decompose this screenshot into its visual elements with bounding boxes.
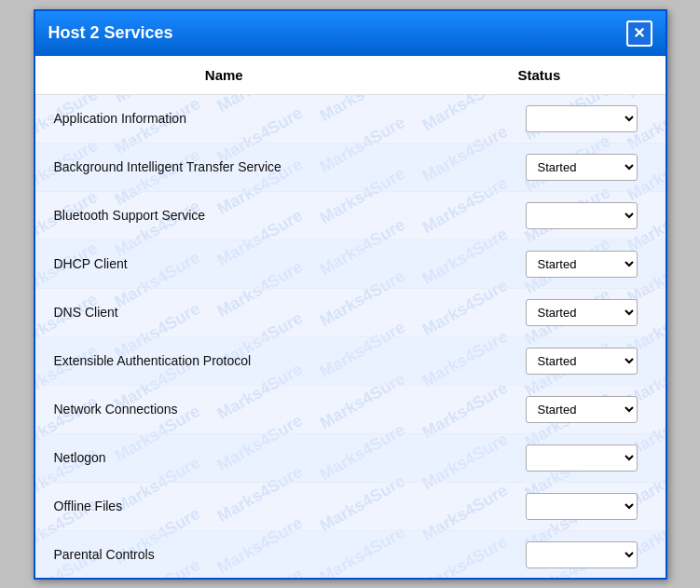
table-row: Extensible Authentication ProtocolStarte… [35,336,666,385]
table-row: Offline FilesStartedStoppedPaused [35,482,666,530]
status-select[interactable]: StartedStoppedPaused [526,444,638,472]
service-name: DHCP Client [35,239,414,288]
service-status-cell: StartedStoppedPaused [413,288,665,336]
service-status-cell: StartedStoppedPaused [413,94,665,143]
service-status-cell: StartedStoppedPaused [413,482,665,530]
table-row: Background Intelligent Transfer ServiceS… [35,143,666,191]
service-name: Netlogon [35,433,414,482]
table-row: NetlogonStartedStoppedPaused [35,433,666,482]
col-header-name: Name [35,56,414,95]
service-status-cell: StartedStoppedPaused [413,143,665,191]
status-select[interactable]: StartedStoppedPaused [526,396,638,423]
table-row: Application InformationStartedStoppedPau… [35,94,666,143]
service-status-cell: StartedStoppedPaused [413,433,665,482]
main-window: Host 2 Services ✕ Marks4SureMarks4SureMa… [34,9,667,580]
window-title: Host 2 Services [48,23,173,43]
service-status-cell: StartedStoppedPaused [413,191,665,239]
service-status-cell: StartedStoppedPaused [413,530,665,578]
service-name: Application Information [35,94,414,143]
status-select[interactable]: StartedStoppedPaused [526,251,638,278]
table-row: DHCP ClientStartedStoppedPaused [35,239,666,288]
title-bar: Host 2 Services ✕ [35,11,666,56]
services-table: Name Status Application InformationStart… [35,56,666,578]
col-header-status: Status [413,56,665,95]
status-select[interactable]: StartedStoppedPaused [526,299,638,326]
status-select[interactable]: StartedStoppedPaused [526,154,638,181]
table-row: Parental ControlsStartedStoppedPaused [35,530,666,578]
status-select[interactable]: StartedStoppedPaused [526,202,638,229]
table-row: Bluetooth Support ServiceStartedStoppedP… [35,191,666,239]
table-row: DNS ClientStartedStoppedPaused [35,288,666,336]
service-status-cell: StartedStoppedPaused [413,385,665,433]
service-status-cell: StartedStoppedPaused [413,336,665,385]
service-name: Background Intelligent Transfer Service [35,143,414,191]
table-row: Network ConnectionsStartedStoppedPaused [35,385,666,433]
content-area: Marks4SureMarks4SureMarks4SureMarks4Sure… [35,56,666,578]
table-wrap[interactable]: Name Status Application InformationStart… [35,56,666,578]
service-name: Extensible Authentication Protocol [35,336,414,385]
close-button[interactable]: ✕ [626,21,652,47]
service-name: Parental Controls [35,530,414,578]
service-name: DNS Client [35,288,414,336]
service-name: Offline Files [35,482,414,530]
service-name: Network Connections [35,385,414,433]
service-status-cell: StartedStoppedPaused [413,239,665,288]
status-select[interactable]: StartedStoppedPaused [526,348,638,375]
status-select[interactable]: StartedStoppedPaused [526,493,638,520]
status-select[interactable]: StartedStoppedPaused [526,105,638,132]
service-name: Bluetooth Support Service [35,191,414,239]
status-select[interactable]: StartedStoppedPaused [526,541,638,568]
